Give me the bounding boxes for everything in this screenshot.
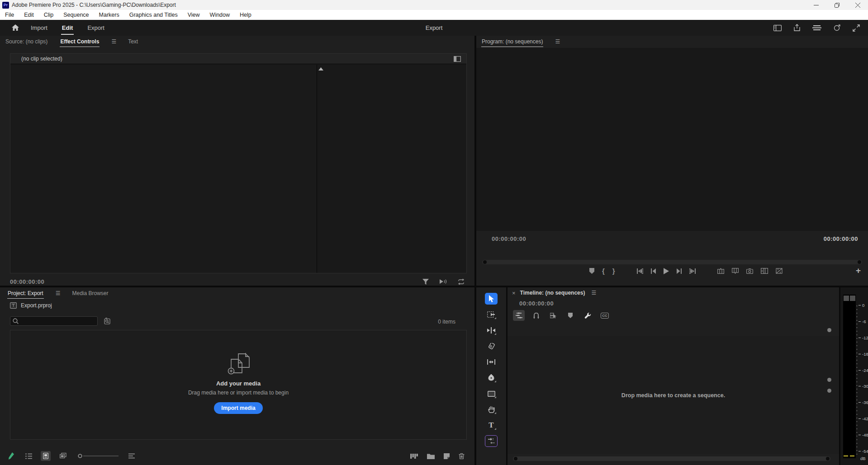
generative-extend-tool[interactable] (485, 435, 498, 447)
ripple-edit-tool[interactable] (485, 324, 498, 336)
workspace-tab-edit[interactable]: Edit (61, 22, 74, 34)
tab-effect-controls[interactable]: Effect Controls (60, 37, 100, 47)
menu-view[interactable]: View (183, 10, 205, 20)
collapse-arrow-icon[interactable] (318, 67, 323, 70)
nest-toggle-icon[interactable] (513, 310, 525, 321)
tab-media-browser[interactable]: Media Browser (71, 288, 109, 298)
program-panel-menu-icon[interactable]: ☰ (555, 38, 560, 45)
search-icon[interactable] (833, 24, 841, 32)
hand-tool[interactable] (485, 404, 498, 415)
project-file-row[interactable]: Export.prproj (10, 302, 52, 309)
timeline-settings-wrench-icon[interactable] (582, 310, 593, 321)
play-audio-icon[interactable] (440, 279, 447, 284)
scrubber-end-dot[interactable] (858, 260, 861, 264)
captions-icon[interactable]: CC (599, 310, 611, 321)
comparison-view-icon[interactable] (761, 268, 768, 274)
timeline-close-icon[interactable]: × (512, 290, 516, 296)
timeline-hscroll-right-handle[interactable] (826, 457, 830, 460)
list-view-button[interactable] (24, 451, 33, 461)
play-icon[interactable] (664, 268, 669, 274)
workspace-tab-export[interactable]: Export (86, 22, 105, 34)
split-view-icon[interactable] (454, 56, 461, 62)
tab-program[interactable]: Program: (no sequences) (481, 37, 543, 47)
program-timecode-position[interactable]: 00:00:00:00 (492, 235, 526, 242)
menu-edit[interactable]: Edit (19, 10, 39, 20)
search-input[interactable] (21, 318, 93, 324)
multicam-toggle-icon[interactable] (776, 268, 783, 274)
menu-help[interactable]: Help (235, 10, 256, 20)
timeline-hscroll-left-handle[interactable] (514, 457, 517, 460)
step-forward-icon[interactable] (677, 268, 682, 274)
export-frame-icon[interactable] (746, 268, 753, 274)
playhead-dot[interactable] (483, 260, 487, 264)
create-search-bin-icon[interactable] (104, 318, 110, 324)
snap-magnet-icon[interactable] (530, 310, 542, 321)
timeline-vscroll-knob-video[interactable] (827, 378, 831, 382)
timeline-drop-zone[interactable]: Drop media here to create a sequence. (508, 336, 839, 454)
zoom-slider-track[interactable] (83, 456, 119, 456)
new-item-icon[interactable] (444, 453, 450, 459)
mark-in-icon[interactable]: { (602, 267, 605, 275)
effect-controls-timecode[interactable]: 00:00:00:00 (10, 278, 44, 285)
timeline-panel-menu-icon[interactable]: ☰ (591, 290, 596, 296)
tab-text[interactable]: Text (128, 37, 138, 47)
filter-properties-icon[interactable] (422, 279, 429, 285)
new-bin-icon[interactable] (427, 453, 435, 459)
menu-graphics-and-titles[interactable]: Graphics and Titles (124, 10, 183, 20)
rectangle-tool[interactable] (485, 388, 498, 399)
home-icon[interactable] (12, 24, 19, 31)
minimize-button[interactable] (806, 0, 826, 10)
import-media-button[interactable]: Import media (214, 402, 262, 414)
clear-trash-icon[interactable] (459, 453, 465, 459)
fullscreen-icon[interactable] (853, 24, 860, 32)
timeline-title[interactable]: Timeline: (no sequences) (520, 290, 585, 296)
project-panel-menu-icon[interactable]: ☰ (56, 290, 60, 296)
menu-file[interactable]: File (0, 10, 19, 20)
tab-project[interactable]: Project: Export (7, 288, 44, 298)
workspaces-icon[interactable] (812, 25, 821, 31)
go-to-in-icon[interactable] (637, 268, 643, 274)
program-scrubber[interactable] (482, 260, 862, 264)
track-select-forward-tool[interactable] (485, 309, 498, 320)
step-back-icon[interactable] (651, 268, 656, 274)
timeline-toolbar: CC (508, 309, 839, 322)
search-box[interactable] (10, 316, 98, 326)
tab-source[interactable]: Source: (no clips) (5, 37, 48, 47)
freeform-view-button[interactable] (58, 451, 68, 461)
project-empty-area[interactable]: Add your media Drag media here or import… (10, 330, 467, 440)
tick-12: -12 (862, 335, 868, 340)
type-tool[interactable]: T (485, 419, 498, 431)
loop-playback-icon[interactable] (458, 279, 465, 285)
menu-markers[interactable]: Markers (94, 10, 124, 20)
timeline-timecode[interactable]: 00:00:00:00 (508, 300, 839, 307)
timeline-vscroll-knob-audio[interactable] (827, 389, 831, 393)
zoom-slider[interactable] (78, 454, 119, 458)
button-editor-add-icon[interactable]: + (856, 266, 861, 276)
automate-to-sequence-icon[interactable] (410, 453, 418, 459)
pen-tool[interactable] (485, 372, 498, 384)
menu-clip[interactable]: Clip (39, 10, 59, 20)
icon-view-button[interactable] (41, 451, 51, 461)
menu-sequence[interactable]: Sequence (58, 10, 94, 20)
close-button[interactable] (847, 0, 868, 10)
timeline-vscroll-knob-top[interactable] (827, 328, 831, 332)
extract-icon[interactable] (732, 268, 739, 274)
menu-window[interactable]: Window (205, 10, 235, 20)
add-marker-icon[interactable] (589, 268, 594, 274)
workspace-tab-import[interactable]: Import (30, 22, 48, 34)
project-writable-icon[interactable] (6, 451, 16, 461)
slip-tool[interactable] (485, 356, 498, 368)
panel-layout-icon[interactable] (773, 25, 782, 31)
panel-menu-icon[interactable]: ☰ (111, 38, 116, 45)
razor-tool[interactable] (485, 340, 498, 352)
linked-selection-icon[interactable] (547, 310, 559, 321)
timeline-marker-icon[interactable] (564, 310, 576, 321)
timeline-hscroll[interactable] (513, 456, 830, 461)
sort-icon[interactable] (127, 451, 137, 461)
selection-tool[interactable] (485, 293, 498, 305)
go-to-out-icon[interactable] (689, 268, 696, 274)
mark-out-icon[interactable]: } (612, 267, 615, 275)
restore-button[interactable] (826, 0, 847, 10)
lift-icon[interactable] (717, 268, 724, 274)
quick-export-icon[interactable] (793, 24, 801, 32)
